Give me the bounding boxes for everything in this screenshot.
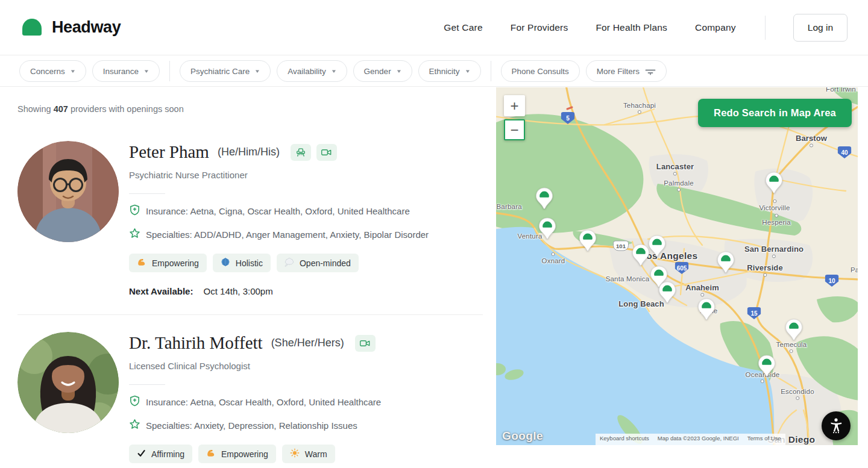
map-attribution: Keyboard shortcuts Map data ©2023 Google… xyxy=(596,434,785,445)
filter-divider xyxy=(491,61,491,81)
provider-map-pin[interactable] xyxy=(758,355,776,377)
insurance-row: Insurance: Aetna, Oscar Health, Oxford, … xyxy=(129,395,381,408)
video-camera-icon xyxy=(355,335,376,352)
personality-badges: EmpoweringHolisticOpen-minded xyxy=(129,254,429,272)
personality-badge: Affirming xyxy=(129,445,192,463)
results-summary: Showing 407 providers with openings soon xyxy=(17,104,483,114)
session-type-icons xyxy=(355,335,376,352)
filter-availability[interactable]: Availability▼ xyxy=(277,60,347,82)
brand-wordmark: Headway xyxy=(52,18,121,37)
session-type-icons xyxy=(291,144,337,161)
filter-more-filters[interactable]: More Filters xyxy=(586,60,667,82)
nav-company[interactable]: Company xyxy=(695,22,736,33)
map-data-credit: Map data ©2023 Google, INEGI xyxy=(653,434,743,445)
provider-name[interactable]: Peter Pham xyxy=(129,142,209,162)
provider-title: Licensed Clinical Psychologist xyxy=(129,361,381,371)
chevron-down-icon: ▼ xyxy=(143,69,149,74)
top-nav: Headway Get Care For Providers For Healt… xyxy=(0,0,868,55)
video-camera-icon xyxy=(316,144,337,161)
redo-search-button[interactable]: Redo Search in Map Area xyxy=(698,99,852,127)
keyboard-shortcuts-link[interactable]: Keyboard shortcuts xyxy=(596,434,653,445)
personality-badges: AffirmingEmpoweringWarm xyxy=(129,445,381,463)
accessibility-widget-button[interactable] xyxy=(822,411,851,440)
next-available-row: Next Available: Oct 14th, 3:00pm xyxy=(129,286,429,296)
muscle-emoji xyxy=(206,448,216,460)
map-zoom-controls: + − xyxy=(504,95,525,140)
provider-results-list: Showing 407 providers with openings soon xyxy=(0,87,496,468)
specialties-row: Specialties: ADD/ADHD, Anger Management,… xyxy=(129,228,429,241)
provider-details: Peter Pham (He/Him/His) Psychiatric Nurs… xyxy=(129,141,429,296)
muscle-emoji xyxy=(137,257,146,269)
in-person-chair-icon xyxy=(291,144,311,161)
provider-map-pin[interactable] xyxy=(785,319,803,341)
shield-plus-icon xyxy=(129,204,140,217)
globe-emoji xyxy=(221,257,230,269)
chevron-down-icon: ▼ xyxy=(395,69,401,74)
chevron-down-icon: ▼ xyxy=(70,69,76,74)
insurance-row: Insurance: Aetna, Cigna, Oscar Health, O… xyxy=(129,204,429,217)
filter-phone-consults[interactable]: Phone Consults xyxy=(501,60,580,82)
accessibility-person-icon xyxy=(828,417,844,435)
nav-get-care[interactable]: Get Care xyxy=(444,22,483,33)
personality-badge: Empowering xyxy=(129,254,207,272)
headway-logo[interactable]: Headway xyxy=(20,16,121,39)
filter-ethnicity[interactable]: Ethnicity▼ xyxy=(418,60,481,82)
provider-name[interactable]: Dr. Tahirih Moffett xyxy=(129,333,263,353)
filter-lines-icon xyxy=(645,67,656,75)
chevron-down-icon: ▼ xyxy=(464,69,470,74)
provider-card: Peter Pham (He/Him/His) Psychiatric Nurs… xyxy=(17,141,483,296)
provider-map-pin[interactable] xyxy=(538,217,556,240)
personality-badge: Open-minded xyxy=(277,254,359,272)
thought-balloon-emoji xyxy=(285,257,294,269)
provider-map-pin[interactable] xyxy=(648,235,666,257)
chevron-down-icon: ▼ xyxy=(330,69,336,74)
filter-psychiatric-care[interactable]: Psychiatric Care▼ xyxy=(180,60,271,82)
shield-plus-icon xyxy=(129,395,140,408)
zoom-out-button[interactable]: − xyxy=(504,119,525,140)
provider-map-pin[interactable] xyxy=(717,251,735,273)
google-logo: Google xyxy=(502,429,543,443)
divider xyxy=(129,193,165,194)
provider-photo[interactable] xyxy=(17,332,119,433)
nav-for-providers[interactable]: For Providers xyxy=(511,22,568,33)
terms-of-use-link[interactable]: Terms of Use xyxy=(743,434,785,445)
provider-details: Dr. Tahirih Moffett (She/Her/Hers) Licen… xyxy=(129,332,381,468)
specialties-row: Specialties: Anxiety, Depression, Relati… xyxy=(129,419,381,432)
provider-map-pin[interactable] xyxy=(535,187,553,210)
provider-card: Dr. Tahirih Moffett (She/Her/Hers) Licen… xyxy=(17,332,483,468)
provider-title: Psychiatric Nurse Practitioner xyxy=(129,170,429,180)
next-available-time: Oct 14th, 3:00pm xyxy=(204,286,273,296)
sun-emoji xyxy=(290,448,300,460)
check-emoji xyxy=(137,449,146,460)
provider-map-pin[interactable] xyxy=(697,298,715,320)
star-icon xyxy=(129,419,140,432)
provider-pronouns: (She/Her/Hers) xyxy=(271,337,344,349)
provider-map-pin[interactable] xyxy=(632,244,650,266)
personality-badge: Holistic xyxy=(213,254,271,272)
filter-gender[interactable]: Gender▼ xyxy=(353,60,412,82)
zoom-in-button[interactable]: + xyxy=(504,95,525,116)
nav-divider xyxy=(765,16,766,40)
login-button[interactable]: Log in xyxy=(793,14,848,42)
filter-bar: Concerns▼ Insurance▼ Psychiatric Care▼ A… xyxy=(0,56,868,87)
provider-photo[interactable] xyxy=(17,141,119,242)
page: Headway Get Care For Providers For Healt… xyxy=(0,0,868,468)
provider-pronouns: (He/Him/His) xyxy=(218,146,280,158)
card-separator xyxy=(17,314,483,315)
personality-badge: Empowering xyxy=(198,445,276,463)
results-count: 407 xyxy=(54,104,68,114)
headway-logo-icon xyxy=(20,16,43,39)
provider-map-pin[interactable] xyxy=(579,229,597,252)
divider xyxy=(129,384,165,385)
filter-insurance[interactable]: Insurance▼ xyxy=(92,60,160,82)
provider-map-pin[interactable] xyxy=(658,281,676,304)
nav-links: Get Care For Providers For Health Plans … xyxy=(444,14,848,42)
filter-divider xyxy=(169,61,170,81)
chevron-down-icon: ▼ xyxy=(254,69,260,74)
star-icon xyxy=(129,228,140,241)
provider-map-pin[interactable] xyxy=(765,172,783,194)
nav-for-health-plans[interactable]: For Health Plans xyxy=(596,22,667,33)
map[interactable]: Fort IrwinTehachapiBarstowLancasterPalmd… xyxy=(496,87,858,445)
map-terrain xyxy=(496,87,858,445)
filter-concerns[interactable]: Concerns▼ xyxy=(19,60,86,82)
